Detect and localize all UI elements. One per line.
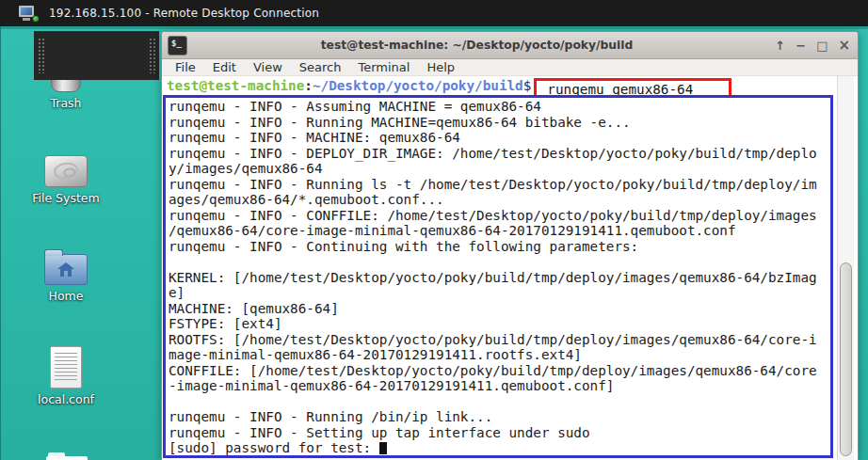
terminal-line: ROOTFS: [/home/test/Desktop/yocto/poky/b… (169, 332, 829, 348)
desktop-icon-label: Home (9, 289, 122, 303)
close-button[interactable]: × (838, 40, 850, 52)
terminal-line: runqemu - INFO - Running /bin/ip link... (169, 409, 829, 425)
terminal-line: runqemu - INFO - Continuing with the fol… (169, 239, 829, 255)
menu-item[interactable]: File (167, 60, 204, 74)
remote-desktop: Trash File System Home (0, 26, 868, 460)
prompt-colon: : (304, 78, 313, 93)
terminal-line: /qemux86-64/core-image-minimal-qemux86-6… (169, 223, 829, 239)
hard-drive-icon (44, 155, 88, 187)
panel-grip-icon[interactable] (149, 38, 155, 73)
terminal-line: -image-minimal-qemux86-64-20170129191411… (169, 378, 829, 394)
rdp-window-title: 192.168.15.100 - Remote Desktop Connecti… (49, 7, 319, 20)
terminal-line: ages/qemux86-64/*.qemuboot.conf... (169, 192, 829, 208)
terminal-scrollbar[interactable] (837, 76, 854, 460)
desktop-icon-home[interactable]: Home (9, 248, 122, 303)
terminal-line (169, 394, 829, 410)
rdp-screen: 192.168.15.100 - Remote Desktop Connecti… (0, 0, 868, 460)
terminal-line: runqemu - INFO - Running MACHINE=qemux86… (169, 115, 829, 131)
prompt-user-host: test@test-machine (167, 78, 304, 93)
terminal-line: CONFFILE: [/home/test/Desktop/yocto/poky… (169, 363, 829, 379)
connection-status-badge (32, 15, 40, 23)
folder-body-icon (46, 456, 88, 460)
prompt-dollar: $ (523, 78, 532, 93)
menu-item[interactable]: Edit (204, 60, 245, 74)
document-icon (50, 346, 82, 389)
menu-item[interactable]: Terminal (349, 60, 418, 74)
terminal-line: mage-minimal-qemux86-64-20170129191411.r… (169, 347, 829, 363)
terminal-line: FSTYPE: [ext4] (169, 316, 829, 332)
terminal-menu-bar: FileEditViewSearchTerminalHelp (162, 59, 858, 76)
home-folder-icon (44, 254, 88, 285)
panel-grip-icon[interactable] (38, 38, 44, 73)
monitor-base (23, 18, 30, 21)
minimize-button[interactable]: − (796, 40, 806, 52)
shade-button[interactable]: ↑ (775, 40, 785, 52)
terminal-line: MACHINE: [qemux86-64] (169, 301, 829, 317)
prompt-path: ~/Desktop/yocto/poky/build (313, 78, 523, 93)
terminal-line: runqemu - INFO - DEPLOY_DIR_IMAGE: /home… (169, 146, 829, 162)
rdp-title-bar: 192.168.15.100 - Remote Desktop Connecti… (0, 0, 868, 26)
terminal-line (169, 254, 829, 270)
drive-platter-icon (53, 161, 79, 180)
monitor-icon (19, 6, 34, 17)
menu-item[interactable]: Help (418, 60, 463, 74)
terminal-line: KERNEL: [/home/test/Desktop/yocto/poky/b… (169, 270, 829, 286)
terminal-body[interactable]: test@test-machine:~/Desktop/yocto/poky/b… (162, 76, 858, 460)
terminal-line: e] (169, 285, 829, 301)
document-text-lines (55, 353, 77, 382)
terminal-line: [sudo] password for test: (169, 440, 829, 456)
menu-item[interactable]: Search (291, 60, 350, 74)
terminal-line: runqemu - INFO - Assuming MACHINE = qemu… (169, 99, 829, 115)
desktop-icon-label: Trash (9, 96, 122, 110)
terminal-line: runqemu - INFO - CONFFILE: /home/test/De… (169, 208, 829, 224)
text-cursor (379, 442, 387, 454)
terminal-output: runqemu - INFO - Assuming MACHINE = qemu… (169, 99, 829, 456)
terminal-window-title: test@test-machine: ~/Desktop/yocto/poky/… (200, 39, 754, 52)
scrollbar-thumb[interactable] (840, 262, 852, 456)
house-icon (56, 262, 75, 278)
terminal-app-icon: $_ (168, 36, 187, 56)
desktop-icon-label: File System (9, 191, 122, 205)
rdp-connection-icon (19, 6, 38, 22)
desktop-icon-partial[interactable] (46, 452, 88, 460)
desktop-icon-label: local.conf (9, 392, 122, 406)
terminal-line: y/images/qemux86-64 (169, 161, 829, 177)
desktop-icon-local-conf[interactable]: local.conf (9, 346, 122, 406)
terminal-title-bar[interactable]: $_ test@test-machine: ~/Desktop/yocto/po… (162, 32, 858, 59)
terminal-line: runqemu - INFO - Setting up tap interfac… (169, 425, 829, 441)
menu-item[interactable]: View (245, 60, 291, 74)
xfce-panel[interactable] (34, 31, 159, 80)
desktop-icon-file-system[interactable]: File System (9, 155, 122, 205)
window-controls: ↑ − □ × (775, 32, 850, 59)
terminal-window: $_ test@test-machine: ~/Desktop/yocto/po… (161, 31, 859, 460)
terminal-line: runqemu - INFO - MACHINE: qemux86-64 (169, 130, 829, 146)
output-highlight-blue-box: runqemu - INFO - Assuming MACHINE = qemu… (163, 95, 833, 458)
maximize-button[interactable]: □ (816, 40, 828, 52)
terminal-line: runqemu - INFO - Running ls -t /home/tes… (169, 177, 829, 193)
